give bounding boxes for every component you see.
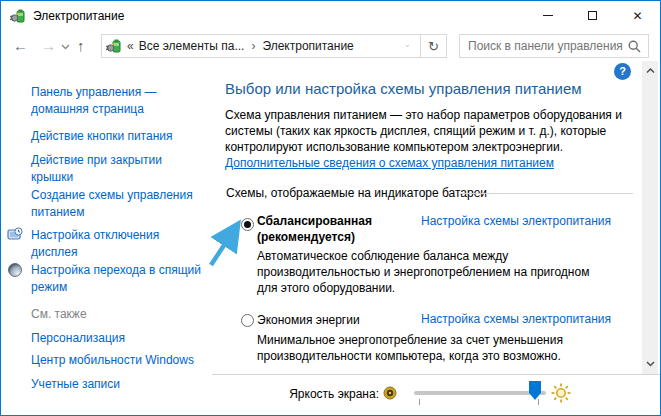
power-options-icon — [106, 38, 122, 54]
sidebar-item-lid-close-action[interactable]: Действие при закрытии крышки — [31, 152, 201, 186]
forward-button[interactable]: → — [41, 35, 56, 57]
address-bar[interactable]: « Все элементы па... › Электропитание ↻ — [101, 34, 447, 58]
learn-more-link[interactable]: Дополнительные сведения о схемах управле… — [225, 156, 554, 170]
scroll-down-icon[interactable] — [642, 356, 658, 372]
page-title: Выбор или настройка схемы управления пит… — [225, 80, 582, 97]
sidebar-item-sleep-settings[interactable]: Настройка перехода в спящий режим — [31, 262, 201, 296]
brightness-high-icon — [551, 383, 571, 403]
breadcrumb-separator-icon[interactable]: › — [251, 39, 255, 53]
see-also-header: См. также — [31, 307, 87, 321]
intro-text: Схема управления питанием — это набор па… — [225, 107, 649, 155]
up-button[interactable]: ↑ — [77, 35, 85, 57]
maximize-icon — [588, 11, 597, 20]
annotation-arrow-icon — [204, 213, 250, 271]
display-clock-icon — [7, 227, 23, 243]
window-title: Электропитание — [33, 9, 124, 23]
breadcrumb-root[interactable]: Все элементы па... — [139, 39, 245, 53]
brightness-slider-track[interactable] — [414, 391, 546, 395]
sidebar-item-display-off-settings[interactable]: Настройка отключения дисплея — [31, 227, 201, 261]
sleep-moon-icon — [7, 262, 23, 278]
minimize-icon — [543, 15, 553, 16]
sidebar-item-power-button-action[interactable]: Действие кнопки питания — [31, 128, 201, 145]
plan-settings-link-power-saver[interactable]: Настройка схемы электропитания — [421, 312, 611, 326]
refresh-button[interactable]: ↻ — [420, 35, 446, 57]
power-options-icon — [10, 8, 26, 24]
brightness-label: Яркость экрана: — [211, 387, 379, 401]
scroll-up-icon[interactable] — [642, 63, 658, 79]
group-divider — [460, 193, 633, 194]
sidebar-item-mobility-center[interactable]: Центр мобильности Windows — [31, 352, 211, 369]
search-input[interactable] — [460, 39, 628, 53]
brightness-slider-thumb[interactable] — [529, 381, 541, 400]
close-button[interactable]: ✕ — [615, 1, 660, 30]
maximize-button[interactable] — [570, 1, 615, 30]
plan-name-power-saver[interactable]: Экономия энергии — [257, 312, 427, 328]
navigation-bar: ← → ↑ « Все элементы па... › Электропита… — [1, 31, 660, 61]
sidebar-item-home[interactable]: Панель управления — домашняя страница — [31, 84, 201, 118]
help-button[interactable]: ? — [614, 63, 631, 80]
slider-tick — [419, 399, 420, 405]
history-dropdown-icon[interactable] — [61, 44, 70, 50]
vertical-scrollbar[interactable] — [642, 61, 658, 374]
plan-name-balanced[interactable]: Сбалансированная (рекомендуется) — [257, 213, 407, 245]
plan-description-power-saver: Минимальное энергопотребление за счет ум… — [257, 332, 619, 364]
sidebar-item-user-accounts[interactable]: Учетные записи — [31, 376, 201, 393]
search-icon[interactable] — [628, 40, 641, 53]
radio-power-saver-plan[interactable] — [241, 314, 254, 327]
sidebar-item-create-power-plan[interactable]: Создание схемы управления питанием — [31, 187, 201, 221]
close-icon: ✕ — [632, 9, 642, 23]
back-button[interactable]: ← — [13, 35, 28, 57]
plan-settings-link-balanced[interactable]: Настройка схемы электропитания — [421, 214, 611, 228]
slider-tick — [538, 399, 539, 405]
sidebar-item-personalization[interactable]: Персонализация — [31, 330, 201, 347]
minimize-button[interactable] — [525, 1, 570, 30]
plans-group-label: Схемы, отображаемые на индикаторе батаре… — [226, 186, 487, 200]
footer-divider — [212, 374, 660, 375]
breadcrumb-overflow[interactable]: « — [127, 39, 134, 53]
brightness-low-icon — [382, 385, 398, 401]
search-box[interactable] — [459, 34, 649, 58]
titlebar: Электропитание ✕ — [1, 1, 660, 31]
breadcrumb-current[interactable]: Электропитание — [262, 39, 353, 53]
power-options-window: Электропитание ✕ ← → ↑ « Все элемент — [0, 0, 661, 416]
address-dropdown-icon[interactable] — [395, 43, 420, 49]
plan-description-balanced: Автоматическое соблюдение баланса между … — [257, 248, 613, 296]
